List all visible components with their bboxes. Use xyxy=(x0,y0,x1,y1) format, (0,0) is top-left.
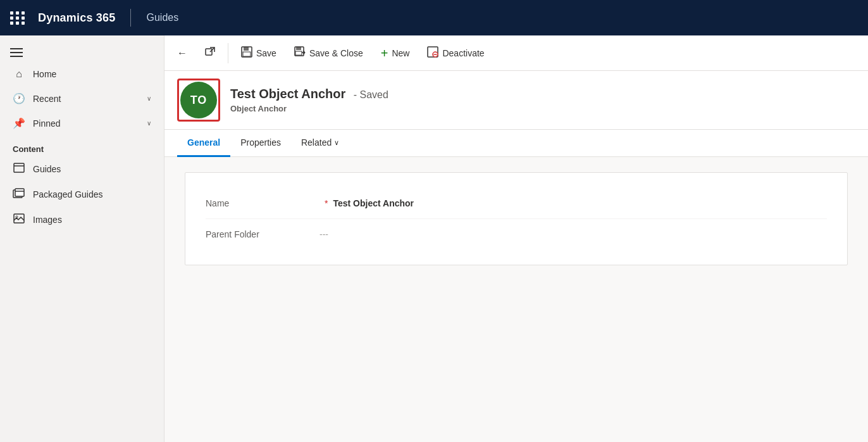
form-row-name: Name * Test Object Anchor xyxy=(206,188,827,219)
sidebar-item-pinned[interactable]: 📌 Pinned ∨ xyxy=(0,111,164,136)
name-field-label: Name xyxy=(206,198,319,208)
save-label: Save xyxy=(256,48,276,58)
save-button[interactable]: Save xyxy=(233,41,284,66)
record-title: Test Object Anchor xyxy=(230,87,345,101)
tab-general[interactable]: General xyxy=(177,130,230,157)
save-close-button[interactable]: Save & Close xyxy=(287,41,371,66)
svg-rect-14 xyxy=(295,51,302,55)
main-layout: ⌂ Home 🕐 Recent ∨ 📌 Pinned ∨ Content Gui… xyxy=(0,35,868,442)
hamburger-menu-button[interactable] xyxy=(0,43,164,62)
sidebar: ⌂ Home 🕐 Recent ∨ 📌 Pinned ∨ Content Gui… xyxy=(0,35,164,442)
svg-rect-10 xyxy=(244,47,249,51)
new-button[interactable]: + New xyxy=(373,41,418,66)
top-nav: Dynamics 365 Guides xyxy=(0,0,868,35)
toolbar-divider-1 xyxy=(228,43,228,63)
save-close-label: Save & Close xyxy=(309,48,363,58)
tab-related[interactable]: Related ∨ xyxy=(291,130,349,157)
deactivate-button[interactable]: Deactivate xyxy=(419,41,492,66)
tab-general-label: General xyxy=(187,137,220,148)
toolbar: ← xyxy=(164,35,868,71)
recent-chevron-icon: ∨ xyxy=(147,95,151,102)
pinned-icon: 📌 xyxy=(13,117,25,129)
hamburger-icon xyxy=(10,48,23,57)
record-header: TO Test Object Anchor - Saved Object Anc… xyxy=(164,71,868,130)
record-info: Test Object Anchor - Saved Object Anchor xyxy=(230,87,855,113)
sidebar-item-guides-label: Guides xyxy=(33,164,151,174)
related-chevron-icon: ∨ xyxy=(334,139,339,147)
back-button[interactable]: ← xyxy=(170,41,195,66)
content-area: ← xyxy=(164,35,868,442)
form-row-parent-folder: Parent Folder --- xyxy=(206,219,827,249)
sidebar-item-images-label: Images xyxy=(33,215,151,225)
save-close-icon xyxy=(294,46,306,60)
sidebar-item-recent[interactable]: 🕐 Recent ∨ xyxy=(0,86,164,111)
sidebar-item-recent-label: Recent xyxy=(33,94,139,104)
tab-properties-label: Properties xyxy=(240,137,281,148)
form-area: Name * Test Object Anchor Parent Folder … xyxy=(164,157,868,442)
deactivate-label: Deactivate xyxy=(442,48,484,58)
sidebar-section-content: Content xyxy=(0,136,164,156)
new-plus-icon: + xyxy=(381,47,388,60)
svg-rect-11 xyxy=(243,52,251,56)
tabs-bar: General Properties Related ∨ xyxy=(164,130,868,157)
name-field-value[interactable]: Test Object Anchor xyxy=(333,198,414,208)
record-type: Object Anchor xyxy=(230,104,855,113)
sidebar-item-guides[interactable]: Guides xyxy=(0,156,164,182)
record-saved-status: - Saved xyxy=(354,89,388,100)
pinned-chevron-icon: ∨ xyxy=(147,120,151,127)
form-card: Name * Test Object Anchor Parent Folder … xyxy=(185,172,848,265)
sidebar-item-images[interactable]: Images xyxy=(0,207,164,232)
save-icon xyxy=(241,46,252,60)
app-title: Dynamics 365 xyxy=(38,11,115,25)
sidebar-item-home[interactable]: ⌂ Home xyxy=(0,62,164,86)
back-icon: ← xyxy=(177,47,187,59)
avatar-initials: TO xyxy=(190,94,208,107)
tab-properties[interactable]: Properties xyxy=(230,130,291,157)
sidebar-item-packaged-guides-label: Packaged Guides xyxy=(33,189,151,199)
sidebar-item-pinned-label: Pinned xyxy=(33,118,139,129)
svg-rect-3 xyxy=(15,189,24,196)
svg-rect-7 xyxy=(206,49,212,55)
svg-rect-0 xyxy=(14,163,24,172)
sidebar-item-packaged-guides[interactable]: Packaged Guides xyxy=(0,182,164,207)
svg-rect-13 xyxy=(296,47,301,50)
record-title-row: Test Object Anchor - Saved xyxy=(230,87,855,101)
home-icon: ⌂ xyxy=(13,68,25,80)
nav-divider xyxy=(130,9,131,27)
parent-folder-field-label: Parent Folder xyxy=(206,229,319,239)
sidebar-item-home-label: Home xyxy=(33,69,151,79)
parent-folder-field-value[interactable]: --- xyxy=(319,229,328,239)
deactivate-icon xyxy=(427,46,438,60)
apps-grid-icon[interactable] xyxy=(10,11,25,25)
avatar-container[interactable]: TO xyxy=(177,79,220,122)
tab-related-label: Related xyxy=(301,137,332,148)
images-icon xyxy=(13,213,25,226)
name-required-indicator: * xyxy=(325,198,328,208)
open-button[interactable] xyxy=(197,41,223,66)
packaged-guides-icon xyxy=(13,188,25,201)
avatar: TO xyxy=(180,82,217,118)
recent-icon: 🕐 xyxy=(13,92,25,104)
guides-icon xyxy=(13,163,25,175)
module-title: Guides xyxy=(146,12,178,23)
open-icon xyxy=(205,47,215,60)
new-label: New xyxy=(392,48,409,58)
